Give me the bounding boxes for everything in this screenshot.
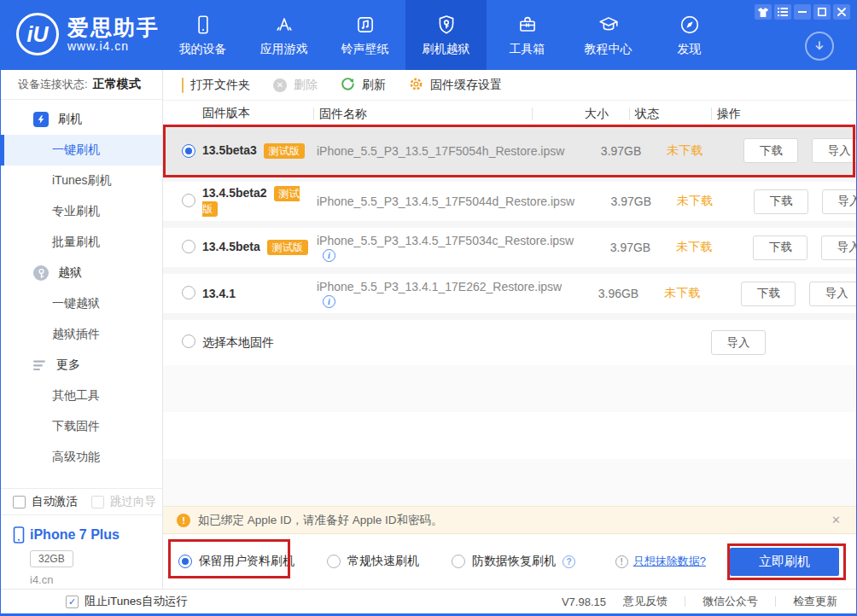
info-icon[interactable]: i bbox=[323, 249, 335, 262]
sidebar-item-其他工具[interactable]: 其他工具 bbox=[1, 381, 162, 411]
nav-label: 应用游戏 bbox=[260, 42, 308, 57]
checkbox-icon bbox=[91, 496, 104, 508]
device-source: i4.cn bbox=[30, 573, 162, 586]
erase-data-link[interactable]: 只想抹除数据? bbox=[633, 554, 706, 569]
checkbox-label: 阻止iTunes自动运行 bbox=[85, 594, 188, 609]
close-icon[interactable] bbox=[833, 4, 850, 20]
nav-toolbox[interactable]: 工具箱 bbox=[487, 0, 568, 70]
row-separator bbox=[163, 175, 856, 182]
firmware-radio[interactable] bbox=[182, 144, 195, 158]
firmware-radio[interactable] bbox=[182, 240, 195, 253]
flash-now-button[interactable]: 立即刷机 bbox=[730, 548, 839, 576]
open-folder-icon bbox=[182, 78, 184, 92]
firmware-radio[interactable] bbox=[182, 194, 195, 207]
sidebar-checkboxes: 自动激活 跳过向导 bbox=[1, 488, 162, 515]
checkbox-icon[interactable] bbox=[13, 496, 26, 508]
firmware-version: 13.4.1 bbox=[202, 287, 236, 300]
toolbar-open-folder-button[interactable]: 打开文件夹 bbox=[182, 78, 250, 93]
import-button[interactable]: 导入 bbox=[822, 189, 857, 214]
column-header-name: 固件名称 bbox=[313, 108, 532, 120]
main-content: 打开文件夹 ✕ 删除 刷新 固件缓存设置 固件版本 固件名称 大小 状态 操作 … bbox=[163, 70, 856, 589]
check-update-link[interactable]: 检查更新 bbox=[793, 594, 837, 609]
sidebar: 设备连接状态: 正常模式 刷机 一键刷机iTunes刷机专业刷机批量刷机 越狱 … bbox=[1, 70, 163, 589]
firmware-row[interactable]: 13.4.1 iPhone_5.5_P3_13.4.1_17E262_Resto… bbox=[163, 274, 856, 313]
toolbar-refresh-button[interactable]: 刷新 bbox=[341, 77, 386, 94]
nav-label: 工具箱 bbox=[510, 42, 545, 57]
app-header: iU 爱思助手 www.i4.cn 我的设备 应用游戏 铃声壁纸 刷机越狱 工具… bbox=[1, 0, 856, 70]
device-connection-status: 设备连接状态: 正常模式 bbox=[1, 70, 162, 100]
firmware-radio[interactable] bbox=[182, 334, 195, 348]
download-status: 未下载 bbox=[659, 286, 741, 301]
firmware-version: 选择本地固件 bbox=[202, 335, 274, 349]
option-radio[interactable] bbox=[327, 555, 341, 568]
import-button[interactable]: 导入 bbox=[821, 235, 857, 260]
download-button[interactable]: 下载 bbox=[753, 235, 807, 260]
download-button[interactable]: 下载 bbox=[741, 282, 796, 306]
apple-id-notice-bar: ! 如已绑定 Apple ID，请准备好 Apple ID和密码。 ✕ bbox=[163, 506, 856, 534]
column-header-version: 固件版本 bbox=[202, 106, 313, 121]
sidebar-group-刷机: 刷机 bbox=[1, 104, 162, 135]
nav-ringtones[interactable]: 铃声壁纸 bbox=[324, 0, 405, 70]
device-name: iPhone 7 Plus bbox=[30, 527, 120, 543]
my-device-icon bbox=[192, 14, 214, 36]
skin-icon[interactable] bbox=[755, 4, 772, 20]
flash-mode-保留用户资料刷机[interactable]: 保留用户资料刷机 bbox=[178, 554, 294, 569]
firmware-row[interactable]: 13.5beta3测试版 iPhone_5.5_P3_13.5_17F5054h… bbox=[163, 126, 856, 175]
nav-my-device[interactable]: 我的设备 bbox=[162, 0, 243, 70]
import-button[interactable]: 导入 bbox=[711, 330, 766, 355]
i4-logo: iU 爱思助手 www.i4.cn bbox=[16, 13, 160, 55]
row-separator bbox=[163, 313, 856, 320]
i4-logo-icon: iU bbox=[16, 13, 59, 55]
minimize-icon[interactable] bbox=[794, 4, 811, 20]
firmware-radio[interactable] bbox=[182, 286, 195, 299]
download-button[interactable]: 下载 bbox=[754, 189, 808, 214]
nav-discover[interactable]: 发现 bbox=[649, 0, 730, 70]
ringtones-icon bbox=[354, 14, 376, 36]
import-button[interactable]: 导入 bbox=[812, 138, 857, 163]
sidebar-item-批量刷机[interactable]: 批量刷机 bbox=[1, 227, 162, 258]
option-radio[interactable] bbox=[452, 555, 465, 568]
firmware-version: 13.5beta3 bbox=[202, 143, 257, 157]
flash-mode-防数据恢复刷机[interactable]: 防数据恢复刷机 ? bbox=[452, 554, 575, 569]
device-capacity-badge: 32GB bbox=[30, 550, 73, 567]
sidebar-item-下载固件[interactable]: 下载固件 bbox=[1, 411, 162, 442]
sidebar-item-iTunes刷机[interactable]: iTunes刷机 bbox=[1, 166, 162, 196]
info-icon[interactable]: i bbox=[323, 295, 335, 308]
sidebar-item-高级功能[interactable]: 高级功能 bbox=[1, 442, 162, 473]
feedback-link[interactable]: 意见反馈 bbox=[623, 594, 668, 609]
download-button[interactable]: 下载 bbox=[743, 138, 798, 163]
nav-label: 我的设备 bbox=[179, 42, 227, 57]
sidebar-item-一键刷机[interactable]: 一键刷机 bbox=[1, 135, 162, 166]
download-manager-icon[interactable] bbox=[805, 32, 834, 61]
nav-apps-games[interactable]: 应用游戏 bbox=[243, 0, 324, 70]
nav-flash-jailbreak[interactable]: 刷机越狱 bbox=[405, 0, 487, 70]
maximize-icon[interactable] bbox=[813, 4, 831, 20]
checkbox-icon[interactable]: ✓ bbox=[66, 596, 79, 608]
notice-close-icon[interactable]: ✕ bbox=[831, 514, 841, 526]
toolbar-label: 删除 bbox=[294, 78, 318, 93]
nav-tutorials[interactable]: 教程中心 bbox=[568, 0, 649, 70]
help-icon[interactable]: ? bbox=[563, 555, 575, 568]
menu-icon[interactable] bbox=[774, 4, 791, 20]
option-label: 常规快速刷机 bbox=[347, 554, 419, 569]
device-name-row[interactable]: iPhone 7 Plus bbox=[13, 526, 162, 543]
firmware-row[interactable]: 13.4.5beta测试版 iPhone_5.5_P3_13.4.5_17F50… bbox=[163, 228, 856, 267]
import-button[interactable]: 导入 bbox=[809, 282, 857, 306]
firmware-filename: iPhone_5.5_P3_13.5_17F5054h_Restore.ipsw bbox=[317, 144, 564, 158]
sidebar-group-更多: 更多 bbox=[1, 350, 162, 381]
sidebar-item-一键越狱[interactable]: 一键越狱 bbox=[1, 288, 162, 319]
sidebar-item-专业刷机[interactable]: 专业刷机 bbox=[1, 196, 162, 227]
sidebar-item-越狱插件[interactable]: 越狱插件 bbox=[1, 319, 162, 350]
firmware-row[interactable]: 选择本地固件 导入 bbox=[163, 320, 856, 365]
wechat-link[interactable]: 微信公众号 bbox=[703, 594, 758, 609]
toolbar-firmware-cache-settings-button[interactable]: 固件缓存设置 bbox=[409, 77, 502, 94]
checkbox-auto-activate[interactable]: 自动激活 bbox=[13, 494, 78, 509]
flash-mode-常规快速刷机[interactable]: 常规快速刷机 bbox=[327, 554, 419, 569]
checkbox-block-itunes[interactable]: ✓ 阻止iTunes自动运行 bbox=[66, 594, 188, 609]
checkbox-label: 跳过向导 bbox=[110, 494, 156, 509]
toolbar-delete-button: ✕ 删除 bbox=[273, 78, 318, 93]
flash-group-icon bbox=[33, 112, 49, 127]
nav-label: 刷机越狱 bbox=[423, 42, 470, 57]
option-radio[interactable] bbox=[178, 555, 192, 568]
firmware-row[interactable]: 13.4.5beta2测试版 iPhone_5.5_P3_13.4.5_17F5… bbox=[163, 182, 856, 221]
